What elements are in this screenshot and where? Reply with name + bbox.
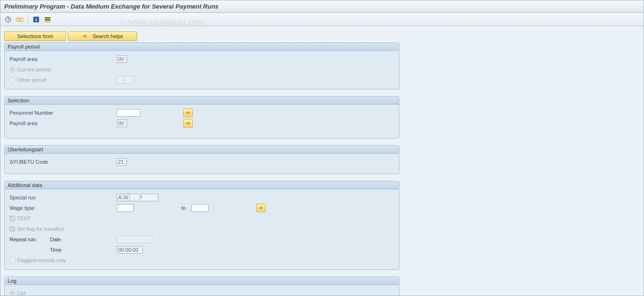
execute-print-icon[interactable] <box>15 15 24 24</box>
action-button-row: Selections from Search helps <box>4 31 640 41</box>
svg-rect-11 <box>45 21 50 22</box>
time-input[interactable] <box>117 246 143 254</box>
group-header: Payroll period <box>5 43 399 51</box>
title-bar: Preliminary Program - Data Medium Exchan… <box>0 0 644 13</box>
current-period-radio[interactable] <box>10 67 15 72</box>
date-label: Date <box>50 237 117 242</box>
info-icon[interactable]: i <box>31 15 41 24</box>
sel-payroll-area-label: Payroll area <box>10 120 117 126</box>
selections-from-button[interactable]: Selections from <box>4 31 66 41</box>
test-checkbox[interactable] <box>10 216 15 221</box>
content-area: Selections from Search helps Payroll per… <box>0 27 644 296</box>
setflag-checkbox[interactable] <box>10 226 15 232</box>
wage-type-label: Wage type <box>10 205 117 211</box>
toolbar-separator <box>28 15 28 24</box>
group-header: Überleitungsart <box>5 146 399 154</box>
app-toolbar: i <box>0 13 644 26</box>
current-period-label: Current period <box>17 67 50 72</box>
group-selection: Selection Personnel Number Payroll area <box>4 96 399 138</box>
list-radio[interactable] <box>10 290 15 296</box>
sel-payroll-area-input[interactable] <box>117 119 127 127</box>
special-run-input-1[interactable] <box>117 194 123 201</box>
group-header: Additional data <box>5 181 399 189</box>
to-label: to <box>181 205 186 211</box>
special-run-input-3[interactable] <box>129 194 159 201</box>
selections-from-label: Selections from <box>17 33 53 39</box>
special-run-label: Special run <box>10 195 117 200</box>
svg-rect-10 <box>45 19 50 20</box>
arrow-right-icon <box>82 34 88 39</box>
date-input[interactable] <box>117 236 152 243</box>
flagged-checkbox[interactable] <box>10 257 15 263</box>
group-header: Selection <box>5 97 399 105</box>
special-run-input-2[interactable] <box>123 194 129 201</box>
wage-type-multisel-button[interactable] <box>256 204 266 212</box>
personnel-number-label: Personnel Number <box>10 110 117 116</box>
time-label: Time <box>50 247 117 253</box>
page-title: Preliminary Program - Data Medium Exchan… <box>4 3 218 10</box>
payroll-area-label: Payroll area <box>10 56 117 62</box>
group-header: Log <box>5 277 399 285</box>
flagged-label: Flagged records only <box>17 257 66 263</box>
test-label: TEST <box>17 216 30 221</box>
other-period-input-2 <box>124 76 134 84</box>
other-period-label: Other period <box>17 77 117 83</box>
sel-payroll-area-multisel-button[interactable] <box>183 119 193 128</box>
group-additional-data: Additional data Special run Wage type to <box>4 181 399 270</box>
search-helps-button[interactable]: Search helps <box>68 31 137 41</box>
svg-rect-9 <box>45 17 50 19</box>
payroll-area-input[interactable] <box>117 55 127 63</box>
repeat-run-label: Repeat run: <box>10 237 50 242</box>
setflag-label: Set flag for transfers <box>17 226 64 232</box>
wage-type-from-input[interactable] <box>117 204 134 212</box>
variant-icon[interactable] <box>43 15 52 24</box>
wage-type-to-input[interactable] <box>191 204 208 212</box>
execute-icon[interactable] <box>3 15 13 24</box>
other-period-input-1 <box>117 76 124 84</box>
group-uberleitung: Überleitungsart SYUBETU Code <box>4 145 399 174</box>
search-helps-label: Search helps <box>92 33 123 39</box>
svg-rect-6 <box>20 18 23 21</box>
personnel-number-multisel-button[interactable] <box>183 109 193 117</box>
group-log: Log List <box>4 276 399 296</box>
app-frame: Preliminary Program - Data Medium Exchan… <box>0 0 644 296</box>
other-period-radio[interactable] <box>10 77 15 83</box>
personnel-number-input[interactable] <box>117 109 140 117</box>
list-label: List <box>17 290 25 296</box>
svg-text:i: i <box>36 17 37 22</box>
group-payroll-period: Payroll period Payroll area Current peri… <box>4 42 399 89</box>
syubetu-label: SYUBETU Code <box>10 159 117 165</box>
syubetu-input[interactable] <box>117 158 127 166</box>
